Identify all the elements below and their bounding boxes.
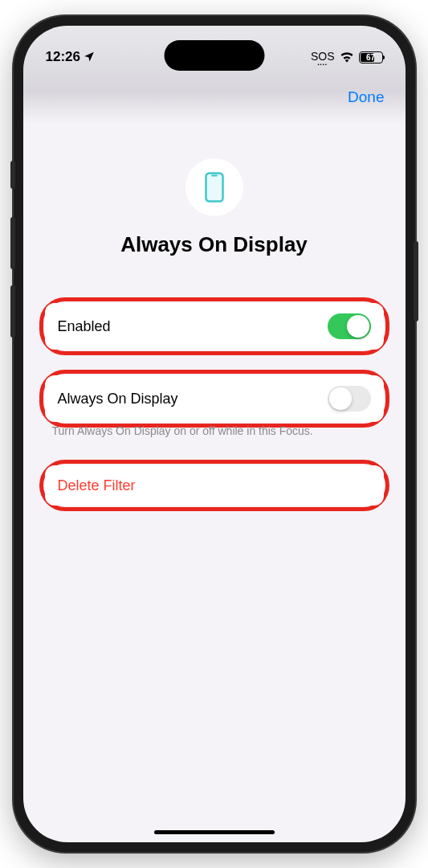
wifi-icon <box>340 51 354 63</box>
aod-footer-text: Turn Always On Display on or off while i… <box>39 424 389 460</box>
phone-frame: 12:26 SOS •••• 67 Done <box>14 16 415 852</box>
aod-label: Always On Display <box>58 391 178 407</box>
page-title: Always On Display <box>39 232 389 257</box>
sos-indicator: SOS •••• <box>311 49 335 66</box>
content: Always On Display Enabled Always On Disp… <box>23 114 406 511</box>
aod-row[interactable]: Always On Display <box>45 375 384 422</box>
aod-toggle[interactable] <box>328 386 371 411</box>
screen: 12:26 SOS •••• 67 Done <box>23 26 406 842</box>
nav-bar: Done <box>23 74 406 114</box>
enabled-toggle[interactable] <box>328 313 371 339</box>
toggle-knob <box>347 315 369 338</box>
svg-rect-0 <box>206 174 222 202</box>
svg-rect-1 <box>211 175 218 177</box>
battery-icon: 67 <box>359 51 383 63</box>
delete-filter-label: Delete Filter <box>58 477 136 494</box>
volume-down-button <box>10 285 15 338</box>
volume-up-button <box>10 217 15 269</box>
delete-filter-row[interactable]: Delete Filter <box>45 465 384 506</box>
highlight-aod: Always On Display <box>39 370 389 428</box>
location-icon <box>84 51 95 64</box>
phone-icon <box>205 172 224 203</box>
toggle-knob <box>329 387 352 410</box>
hero-icon-circle <box>185 158 243 216</box>
home-indicator[interactable] <box>154 830 275 834</box>
mute-switch <box>10 161 15 189</box>
status-time: 12:26 <box>46 49 80 65</box>
highlight-delete: Delete Filter <box>39 460 389 511</box>
dynamic-island <box>164 40 264 71</box>
highlight-enabled: Enabled <box>39 297 389 355</box>
enabled-row[interactable]: Enabled <box>45 303 384 350</box>
power-button <box>414 241 418 321</box>
enabled-label: Enabled <box>58 318 111 335</box>
done-button[interactable]: Done <box>348 88 384 106</box>
